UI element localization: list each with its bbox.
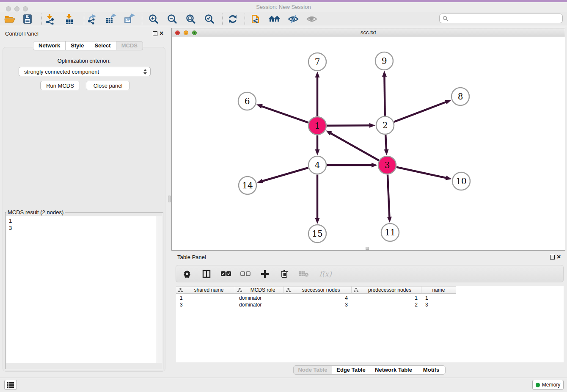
import-network-icon[interactable] — [44, 13, 57, 25]
column-header-name[interactable]: name — [421, 286, 456, 294]
table-panel-float-icon[interactable] — [550, 255, 555, 259]
edge-3-1[interactable] — [330, 133, 379, 160]
node-table[interactable]: shared nameMCDS rolesuccessor nodesprede… — [176, 286, 564, 362]
tab-network[interactable]: Network — [33, 41, 66, 50]
network-close-button[interactable]: × — [175, 30, 180, 35]
zoom-in-icon[interactable] — [147, 13, 160, 25]
apply-function-icon[interactable]: f(x) — [318, 269, 333, 279]
tab-style[interactable]: Style — [65, 41, 89, 50]
tab-motifs[interactable]: Motifs — [417, 365, 446, 375]
network-resize-handle[interactable] — [366, 247, 369, 250]
cell-successor-nodes[interactable]: 3 — [284, 302, 352, 308]
task-history-button[interactable] — [4, 380, 17, 390]
result-scrollbar[interactable] — [157, 216, 162, 363]
edge-2-3[interactable] — [385, 135, 386, 150]
hierarchy-sort-icon — [178, 288, 183, 293]
column-header-label: name — [421, 287, 456, 293]
close-panel-button[interactable]: Close panel — [86, 81, 130, 90]
memory-button-label: Memory — [542, 382, 560, 388]
edge-arrow-2-8 — [445, 100, 451, 104]
close-window-button[interactable] — [6, 6, 11, 11]
open-network-document-icon[interactable] — [250, 13, 262, 25]
edge-arrow-1-7 — [315, 72, 320, 77]
cell-predecessor-nodes[interactable]: 1 — [352, 295, 421, 301]
import-table-icon[interactable] — [63, 13, 76, 25]
criterion-select[interactable]: strongly connected component — [19, 67, 151, 76]
mcds-result-textarea[interactable]: 1 3 — [6, 216, 162, 363]
export-image-icon[interactable] — [124, 13, 136, 25]
table-panel-title: Table Panel — [177, 254, 206, 260]
edge-1-6[interactable] — [261, 106, 308, 123]
column-header-shared-name[interactable]: shared name — [176, 286, 235, 294]
criterion-select-value: strongly connected component — [24, 69, 99, 75]
select-stepper-icon — [143, 69, 147, 75]
control-panel-close-icon[interactable]: × — [160, 31, 163, 36]
export-network-icon[interactable] — [86, 13, 99, 25]
network-window-traffic-lights[interactable]: × − + — [175, 30, 197, 35]
table-row[interactable]: 3dominator323 — [176, 301, 564, 308]
cell-predecessor-nodes[interactable]: 2 — [352, 302, 421, 308]
network-canvas[interactable]: 7968124314101511 — [172, 37, 565, 250]
delete-row-icon[interactable] — [279, 269, 289, 279]
tab-mcds[interactable]: MCDS — [116, 41, 143, 50]
node-label-3: 3 — [385, 160, 390, 170]
delete-table-icon[interactable] — [299, 269, 309, 279]
tab-node-table[interactable]: Node Table — [293, 365, 332, 375]
cell-successor-nodes[interactable]: 4 — [284, 295, 352, 301]
edge-4-14[interactable] — [262, 168, 308, 181]
zoom-fit-icon[interactable] — [184, 13, 197, 25]
search-input[interactable] — [439, 14, 563, 23]
cell-shared-name[interactable]: 3 — [176, 302, 235, 308]
main-titlebar[interactable]: Session: New Session — [0, 2, 567, 12]
table-row[interactable]: 1dominator411 — [176, 295, 564, 301]
column-visibility-icon[interactable] — [201, 269, 212, 279]
panel-splitter-handle[interactable] — [168, 196, 171, 202]
column-header-successor-nodes[interactable]: successor nodes — [284, 286, 352, 294]
tab-network-table[interactable]: Network Table — [370, 365, 417, 375]
edge-2-9[interactable] — [384, 76, 385, 116]
hide-graphics-details-icon[interactable] — [287, 13, 300, 25]
tab-select[interactable]: Select — [89, 41, 116, 50]
cell-MCDS-role[interactable]: dominator — [235, 295, 284, 301]
zoom-window-button[interactable] — [23, 6, 28, 11]
node-label-8: 8 — [458, 91, 463, 102]
edge-3-11[interactable] — [388, 174, 389, 218]
deselect-all-icon[interactable] — [240, 269, 250, 279]
window-traffic-lights[interactable] — [6, 6, 28, 11]
search-icon — [443, 16, 449, 22]
cell-MCDS-role[interactable]: dominator — [235, 302, 284, 308]
network-window-titlebar[interactable]: × − + scc.txt — [172, 28, 565, 37]
table-settings-icon[interactable] — [182, 269, 192, 279]
show-graphics-details-icon[interactable] — [306, 13, 318, 25]
apply-layout-icon[interactable] — [226, 13, 239, 25]
select-all-icon[interactable] — [221, 269, 231, 279]
table-panel-tabs: Node Table Edge Table Network Table Moti… — [293, 365, 446, 375]
column-header-predecessor-nodes[interactable]: predecessor nodes — [352, 286, 421, 294]
node-label-10: 10 — [456, 176, 466, 186]
main-toolbar — [0, 12, 567, 26]
zoom-out-icon[interactable] — [166, 13, 179, 25]
zoom-selected-icon[interactable] — [203, 13, 216, 25]
edge-1-2[interactable] — [327, 125, 370, 126]
cell-name[interactable]: 3 — [421, 302, 456, 308]
minimize-window-button[interactable] — [14, 6, 19, 11]
table-panel-close-icon[interactable]: × — [557, 254, 561, 259]
run-mcds-button[interactable]: Run MCDS — [40, 81, 80, 90]
edge-3-10[interactable] — [396, 167, 447, 178]
control-panel-float-icon[interactable] — [153, 31, 157, 36]
edge-2-8[interactable] — [394, 102, 446, 121]
add-row-icon[interactable] — [260, 269, 270, 279]
column-header-MCDS-role[interactable]: MCDS role — [235, 286, 284, 294]
save-session-icon[interactable] — [21, 13, 34, 25]
cell-shared-name[interactable]: 1 — [176, 295, 235, 301]
export-table-icon[interactable] — [105, 13, 118, 25]
network-zoom-button[interactable]: + — [192, 30, 197, 35]
home-view-icon[interactable] — [268, 13, 281, 25]
optimization-criterion-label: Optimization criterion: — [3, 58, 165, 64]
cell-name[interactable]: 1 — [421, 295, 456, 301]
memory-button[interactable]: Memory — [532, 380, 564, 390]
network-window-title: scc.txt — [172, 28, 565, 37]
tab-edge-table[interactable]: Edge Table — [332, 365, 370, 375]
network-minimize-button[interactable]: − — [184, 30, 188, 35]
open-session-icon[interactable] — [3, 13, 16, 25]
